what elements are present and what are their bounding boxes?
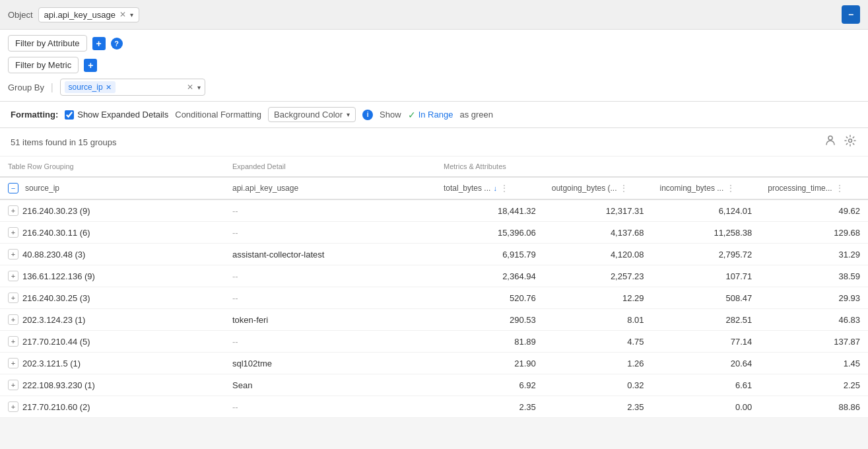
expand-row-btn[interactable]: + [8, 227, 18, 238]
cell-total-bytes: 6.92 [436, 374, 544, 396]
filter-attribute-add-button[interactable]: + [92, 37, 106, 50]
cell-incoming-bytes: 6,124.01 [652, 199, 760, 222]
groupby-tag-close[interactable]: ✕ [106, 83, 112, 92]
expand-row-btn[interactable]: + [8, 293, 18, 303]
cell-api: assistant-collector-latest [224, 244, 436, 265]
object-pill-arrow[interactable]: ▾ [130, 11, 133, 18]
filter-metric-add-button[interactable]: + [84, 59, 97, 72]
svg-point-1 [849, 139, 852, 143]
formatting-info-icon[interactable]: i [362, 110, 373, 120]
cell-incoming-bytes: 20.64 [652, 353, 760, 374]
formatting-bar: Formatting: Show Expanded Details Condit… [0, 102, 868, 128]
cell-total-bytes: 81.89 [436, 331, 544, 353]
expand-row-btn[interactable]: + [8, 401, 18, 412]
collapse-group-btn[interactable]: − [8, 183, 18, 193]
table-toolbar-icons [823, 133, 857, 151]
cell-api: -- [224, 222, 436, 244]
filter-metric-row: Filter by Metric + [8, 57, 860, 73]
th-incoming-bytes[interactable]: incoming_bytes ... ⋮ [652, 177, 760, 199]
th-outgoing-bytes[interactable]: outgoing_bytes (... ⋮ [544, 177, 652, 199]
object-pill[interactable]: api.api_key_usage ✕ ▾ [38, 7, 139, 22]
filter-metric-label: Filter by Metric [15, 60, 71, 70]
cell-api: sql102tme [224, 353, 436, 374]
show-expanded-checkbox[interactable] [65, 110, 74, 120]
groupby-clear[interactable]: ✕ [187, 83, 193, 92]
total-bytes-menu-icon[interactable]: ⋮ [500, 183, 509, 193]
show-expanded-checkbox-label[interactable]: Show Expanded Details [65, 110, 168, 120]
cond-formatting-label: Conditional Formatting [175, 110, 261, 120]
show-expanded-label: Show Expanded Details [77, 110, 168, 120]
incoming-bytes-menu-icon[interactable]: ⋮ [726, 183, 735, 193]
th-incoming-bytes-label: incoming_bytes ... [660, 184, 724, 193]
bg-color-label: Background Color [274, 110, 343, 120]
bg-color-dropdown[interactable]: Background Color ▾ [268, 107, 356, 122]
cell-api: Sean [224, 374, 436, 396]
in-range-check-icon: ✓ [408, 110, 416, 120]
source-ip-value: 202.3.124.23 (1) [22, 315, 85, 325]
table-settings-icon[interactable] [843, 133, 857, 151]
cell-outgoing-bytes: 2,257.23 [544, 265, 652, 287]
filter-metric-button[interactable]: Filter by Metric [8, 57, 79, 73]
cell-total-bytes: 6,915.79 [436, 244, 544, 265]
cell-outgoing-bytes: 12,317.31 [544, 199, 652, 222]
minus-button[interactable]: − [842, 5, 860, 24]
source-ip-value: 136.61.122.136 (9) [22, 271, 95, 281]
cell-api: token-feri [224, 309, 436, 331]
table-row: + 216.240.30.11 (6) -- 15,396.06 4,137.6… [0, 222, 868, 244]
cell-api: -- [224, 199, 436, 222]
cell-incoming-bytes: 107.71 [652, 265, 760, 287]
cell-processing-time: 49.62 [760, 199, 868, 222]
cell-outgoing-bytes: 4,120.08 [544, 244, 652, 265]
expand-row-btn[interactable]: + [8, 271, 18, 281]
data-table: Table Row Grouping Expanded Detail Metri… [0, 156, 868, 418]
th-total-bytes[interactable]: total_bytes ... ↓ ⋮ [436, 177, 544, 199]
cell-total-bytes: 15,396.06 [436, 222, 544, 244]
groupby-input[interactable]: source_ip ✕ ✕ ▾ [60, 79, 205, 96]
outgoing-bytes-menu-icon[interactable]: ⋮ [619, 183, 628, 193]
in-range-label: In Range [418, 110, 453, 120]
cell-total-bytes: 520.76 [436, 287, 544, 309]
cell-outgoing-bytes: 2.35 [544, 396, 652, 418]
cell-source-ip: + 40.88.230.48 (3) [0, 244, 224, 265]
groupby-arrow[interactable]: ▾ [197, 84, 201, 91]
source-ip-value: 217.70.210.44 (5) [22, 337, 90, 347]
table-section: 51 items found in 15 groups Table Row Gr… [0, 128, 868, 418]
object-pill-close[interactable]: ✕ [119, 10, 126, 19]
cell-source-ip: + 136.61.122.136 (9) [0, 265, 224, 287]
cell-total-bytes: 21.90 [436, 353, 544, 374]
filter-attribute-help-icon[interactable]: ? [111, 38, 123, 50]
expand-row-btn[interactable]: + [8, 249, 18, 259]
expand-row-btn[interactable]: + [8, 358, 18, 368]
cell-processing-time: 1.45 [760, 353, 868, 374]
cell-api: -- [224, 287, 436, 309]
table-row: + 217.70.210.44 (5) -- 81.89 4.75 77.14 … [0, 331, 868, 353]
expanded-col-header: Expanded Detail [224, 156, 436, 177]
source-ip-value: 202.3.121.5 (1) [22, 359, 81, 368]
expand-row-btn[interactable]: + [8, 314, 18, 325]
cell-api: -- [224, 396, 436, 418]
th-processing-time[interactable]: processing_time... ⋮ [760, 177, 868, 199]
col-group-header-row: Table Row Grouping Expanded Detail Metri… [0, 156, 868, 177]
table-row: + 202.3.124.23 (1) token-feri 290.53 8.0… [0, 309, 868, 331]
cell-processing-time: 46.83 [760, 309, 868, 331]
th-api[interactable]: api.api_key_usage [224, 177, 436, 199]
expand-row-btn[interactable]: + [8, 336, 18, 347]
expand-row-btn[interactable]: + [8, 380, 18, 390]
th-total-bytes-label: total_bytes ... [444, 184, 490, 193]
filter-attribute-row: Filter by Attribute + ? [8, 35, 860, 52]
table-person-icon[interactable] [823, 133, 838, 151]
cell-incoming-bytes: 2,795.72 [652, 244, 760, 265]
filter-attribute-button[interactable]: Filter by Attribute [8, 35, 87, 52]
table-info-row: 51 items found in 15 groups [0, 128, 868, 156]
expand-row-btn[interactable]: + [8, 205, 18, 216]
cell-processing-time: 137.87 [760, 331, 868, 353]
processing-time-menu-icon[interactable]: ⋮ [835, 183, 844, 193]
source-ip-value: 217.70.210.60 (2) [22, 402, 90, 412]
cell-processing-time: 2.25 [760, 374, 868, 396]
source-ip-value: 216.240.30.23 (9) [22, 206, 90, 216]
th-source-ip[interactable]: − source_ip [0, 177, 224, 199]
cell-total-bytes: 2,364.94 [436, 265, 544, 287]
table-row: + 202.3.121.5 (1) sql102tme 21.90 1.26 2… [0, 353, 868, 374]
filter-attribute-label: Filter by Attribute [15, 38, 80, 48]
source-ip-value: 216.240.30.25 (3) [22, 293, 90, 303]
